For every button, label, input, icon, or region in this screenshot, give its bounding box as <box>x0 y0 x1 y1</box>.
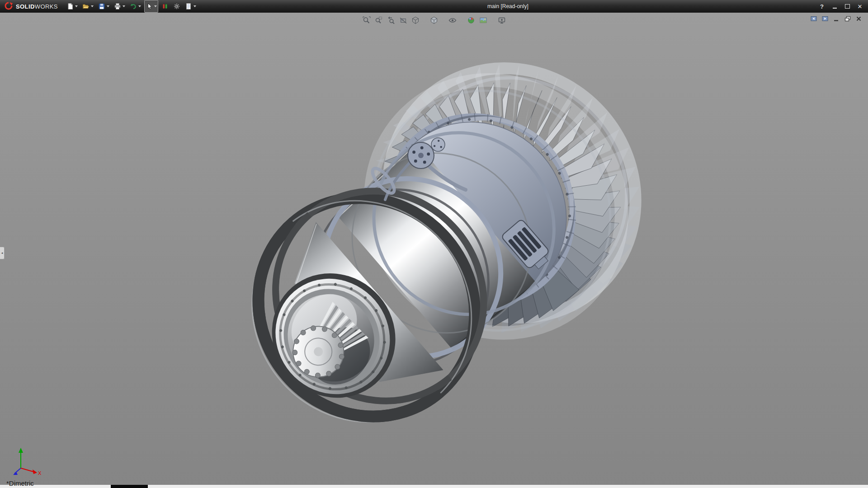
file-properties-icon <box>185 3 192 10</box>
options-button[interactable] <box>172 0 182 13</box>
options-gear-icon <box>173 3 180 10</box>
display-style-button[interactable] <box>428 15 439 26</box>
display-style-icon <box>430 16 438 24</box>
brand-bold: SOLID <box>16 3 35 10</box>
title-bar: SOLIDWORKS <box>0 0 868 13</box>
view-orientation-button[interactable] <box>410 15 421 26</box>
solidworks-brand: SOLIDWORKS <box>4 2 58 11</box>
document-restore-button[interactable] <box>844 15 851 22</box>
select-tool-button[interactable] <box>144 0 158 13</box>
dropdown-arrow-icon[interactable] <box>193 5 196 7</box>
window-controls: ? ✕ <box>818 3 863 10</box>
tile-right-button[interactable] <box>821 15 829 22</box>
brand-text: SOLIDWORKS <box>16 3 58 10</box>
file-properties-button[interactable] <box>184 0 198 13</box>
dropdown-arrow-icon[interactable] <box>123 5 125 7</box>
rebuild-traffic-icon <box>161 3 169 10</box>
previous-view-icon <box>387 16 395 24</box>
document-close-icon <box>856 16 862 22</box>
document-window-controls <box>810 15 863 22</box>
new-document-button[interactable] <box>65 0 79 13</box>
document-close-button[interactable] <box>855 15 863 22</box>
close-button[interactable]: ✕ <box>856 3 863 10</box>
file-toolbar <box>65 0 198 13</box>
engine-viewport-canvas[interactable] <box>0 13 868 488</box>
new-document-icon <box>66 3 74 10</box>
document-minimize-button[interactable] <box>832 15 840 22</box>
view-settings-icon <box>498 16 506 24</box>
tile-left-icon <box>811 16 817 22</box>
minimize-button[interactable] <box>831 3 838 10</box>
open-folder-icon <box>82 3 90 10</box>
dropdown-arrow-icon[interactable] <box>107 5 109 7</box>
save-floppy-icon <box>98 3 105 10</box>
view-orientation-label: *Dimetric <box>6 479 34 487</box>
dropdown-arrow-icon[interactable] <box>75 5 78 7</box>
rebuild-button[interactable] <box>160 0 170 13</box>
featuremanager-collapsed-tab[interactable]: ◂ <box>0 247 5 259</box>
hide-show-items-button[interactable] <box>447 15 458 26</box>
maximize-button[interactable] <box>844 3 851 10</box>
zoom-to-fit-icon <box>363 16 371 24</box>
brand-light: WORKS <box>35 3 58 10</box>
tile-left-button[interactable] <box>810 15 817 22</box>
save-button[interactable] <box>97 0 111 13</box>
graphics-area[interactable]: ◂ X *Dimetric <box>0 13 868 488</box>
select-cursor-icon <box>146 3 153 10</box>
window-title: main [Read-only] <box>198 3 818 9</box>
document-minimize-icon <box>833 16 839 22</box>
document-restore-icon <box>844 16 851 22</box>
previous-view-button[interactable] <box>385 15 396 26</box>
section-view-button[interactable] <box>397 15 409 26</box>
small-flange <box>431 138 445 151</box>
print-button[interactable] <box>113 0 127 13</box>
view-settings-button[interactable] <box>496 15 507 26</box>
apply-scene-icon <box>479 16 487 24</box>
open-button[interactable] <box>81 0 95 13</box>
dassault-3ds-logo <box>4 2 14 11</box>
heads-up-view-toolbar <box>361 15 507 26</box>
section-view-icon <box>399 16 407 24</box>
bottom-strip-segment <box>111 485 148 488</box>
engine-3d-model <box>207 13 693 467</box>
view-orientation-icon <box>411 16 420 24</box>
help-button[interactable]: ? <box>818 3 826 10</box>
undo-button[interactable] <box>128 0 142 13</box>
reference-triad: X <box>7 446 43 477</box>
apply-scene-button[interactable] <box>477 15 489 26</box>
zoom-to-area-button[interactable] <box>373 15 384 26</box>
edit-appearance-button[interactable] <box>465 15 476 26</box>
dropdown-arrow-icon[interactable] <box>138 5 141 7</box>
tile-right-icon <box>822 16 828 22</box>
triad-x-label: X <box>38 470 42 476</box>
edit-appearance-icon <box>467 16 475 24</box>
minimize-icon <box>833 8 837 9</box>
dropdown-arrow-icon[interactable] <box>91 5 94 7</box>
undo-icon <box>130 3 137 10</box>
dropdown-arrow-icon[interactable] <box>154 5 157 7</box>
maximize-icon <box>845 4 850 9</box>
hide-show-items-icon <box>448 16 457 24</box>
zoom-to-fit-button[interactable] <box>361 15 372 26</box>
print-icon <box>114 3 121 10</box>
zoom-to-area-icon <box>375 16 383 24</box>
triad-x-axis <box>21 468 33 472</box>
